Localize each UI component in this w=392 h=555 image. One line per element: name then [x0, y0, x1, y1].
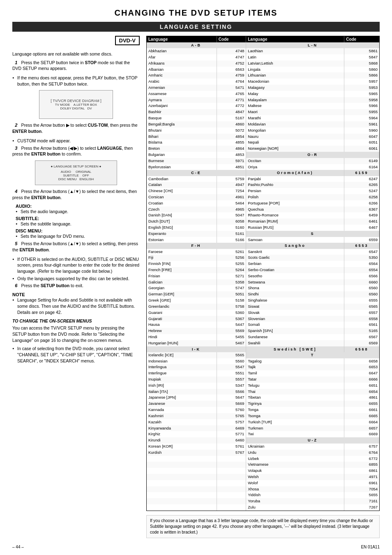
lang-name: Wolof — [246, 480, 344, 486]
lang-name: Sangho — [246, 243, 344, 248]
lang-code-cell: 4860 — [217, 121, 246, 128]
lang-code-cell: 5760 — [217, 407, 246, 413]
lang-name: Bengali;Bangla — [147, 121, 217, 128]
lang-code-cell: 5264 — [217, 267, 246, 273]
lang-name: Persian — [246, 188, 344, 194]
lang-name: Abkhazian — [147, 48, 217, 54]
lang-code-cell: 6651 — [344, 383, 379, 389]
device-diagram-1: [ TV/VCR DEVICE DIAGRAM ] TV MODE A.LETT… — [39, 90, 113, 119]
lang-code-cell: 6051 — [344, 139, 379, 146]
lang-code-cell: 5861 — [344, 48, 379, 54]
lang-name: Macedonian — [246, 79, 344, 85]
step-1-bullet: If the menu does not appear, press the P… — [12, 75, 140, 87]
lang-name: Fiji — [147, 255, 217, 261]
lang-name: Albanian — [147, 67, 217, 73]
lang-code-cell: 5953 — [344, 85, 379, 91]
lang-code-cell: 6164 — [344, 164, 379, 170]
col-lang1: Language — [147, 36, 217, 42]
content-area: DVD-V Language options are not available… — [12, 36, 380, 538]
lang-name: Burmese — [147, 158, 217, 164]
lang-code-cell: 5358 — [217, 279, 246, 286]
section-header-right: U-Z — [246, 437, 379, 444]
lang-code-cell: 6149 — [344, 158, 379, 164]
lang-code-cell: 5165 — [344, 328, 379, 334]
lang-code-cell: 5771 — [217, 431, 246, 437]
section-header-right: T — [246, 352, 379, 358]
lang-name: Korean [KOR] — [147, 444, 217, 450]
lang-name: Maltese — [246, 103, 344, 109]
lang-name: Oromo(Afan) — [246, 170, 344, 176]
lang-code-cell: 6266 — [344, 200, 379, 207]
lang-code-cell: 5758 — [217, 304, 246, 310]
lang-name: Oriya — [246, 164, 344, 170]
lang-code-cell — [217, 456, 246, 462]
step-1-text: Press the SETUP button twice in STOP mod… — [12, 60, 130, 71]
lang-name: Latvian;Lettish — [246, 60, 344, 67]
lang-code-cell: 6555 — [344, 297, 379, 304]
lang-code-cell: 5158 — [217, 297, 246, 304]
lang-name: Javanese — [147, 401, 217, 407]
disc-menu-desc: Sets the language for DVD menu. — [16, 233, 140, 239]
lang-name: Shona — [246, 285, 344, 291]
dvd-v-badge: DVD-V — [115, 36, 140, 45]
lang-code-cell: 6461 — [344, 218, 379, 225]
lang-name: Setswana — [246, 279, 344, 286]
lang-code-cell: 6258 — [344, 194, 379, 200]
lang-name: Assamese — [147, 91, 217, 97]
lang-code-cell: 5166 — [217, 237, 246, 243]
lang-name: Malayalam — [246, 97, 344, 103]
lang-code-cell: 6661 — [344, 407, 379, 413]
lang-name: Vietnamese — [246, 462, 344, 468]
lang-code-cell: 5161 — [217, 231, 246, 237]
on-screen-bullet: In case of selecting from the DVD mode, … — [12, 346, 140, 364]
lang-code-cell: 5471 — [217, 85, 246, 91]
on-screen-heading: TO CHANGE THE ON-SCREEN MENUS — [12, 318, 140, 323]
lang-name: Afrikaans — [147, 60, 217, 67]
lang-name: Swedish [SWE] — [246, 346, 344, 352]
lang-name: Tonga — [246, 407, 344, 413]
lang-name: Marathi — [246, 115, 344, 121]
lang-code-cell: 6772 — [344, 456, 379, 462]
lang-code-cell: 5347 — [217, 383, 246, 389]
lang-code-cell: 5167 — [217, 115, 246, 121]
section-header-right: O-R — [246, 152, 379, 158]
lang-name: Frisian — [147, 273, 217, 279]
audio-label: AUDIO: — [16, 204, 140, 209]
section-title: LANGUAGE SETTING — [12, 22, 380, 32]
lang-name: Japanese [JPN] — [147, 395, 217, 401]
lang-name: Dutch [DUT] — [147, 218, 217, 225]
section-header-left: A-B — [147, 42, 246, 48]
lang-code-cell: 6460 — [217, 437, 246, 444]
lang-code-cell: 5047 — [217, 212, 246, 218]
lang-name — [147, 504, 217, 511]
lang-code-cell: 6558 — [344, 316, 379, 322]
step-5: 5 Press the Arrow buttons (▲/▼) to selec… — [12, 241, 140, 253]
lang-name: Tatar — [246, 376, 344, 383]
lang-code-cell: 5569 — [217, 328, 246, 334]
lang-name: Bhutani — [147, 128, 217, 134]
lang-code-cell: 4771 — [217, 97, 246, 103]
lang-name: Estonian — [147, 237, 217, 243]
lang-name: Bashkir — [147, 109, 217, 115]
lang-name: Telugu — [246, 383, 344, 389]
lang-code-cell: 4854 — [217, 134, 246, 140]
lang-code-cell: 5847 — [344, 54, 379, 60]
lang-code-cell: 6666 — [344, 376, 379, 383]
section-header-left: I-K — [147, 346, 246, 352]
lang-name: German [GER] — [147, 291, 217, 297]
lang-name: Kirghiz — [147, 431, 217, 437]
lang-name: Hausa — [147, 322, 217, 328]
lang-code-cell: 5971 — [217, 158, 246, 164]
lang-name — [147, 462, 217, 468]
lang-name: Volapuk — [246, 468, 344, 474]
lang-code-cell: 4765 — [217, 91, 246, 97]
lang-code-cell: 6247 — [344, 176, 379, 182]
step-3-text: Press the Arrow buttons (◀/▶) to select … — [12, 146, 133, 157]
page-number: – 44 – — [12, 545, 24, 549]
lang-code-cell: 6061 — [344, 146, 379, 152]
lang-code-cell: 6653 — [344, 364, 379, 370]
lang-code-cell: 6467 — [344, 225, 379, 231]
lang-code-cell: 5647 — [217, 395, 246, 401]
lang-code-cell: 5767 — [217, 450, 246, 456]
step-5-text: Press the Arrow buttons (▲/▼) to select … — [12, 241, 138, 252]
